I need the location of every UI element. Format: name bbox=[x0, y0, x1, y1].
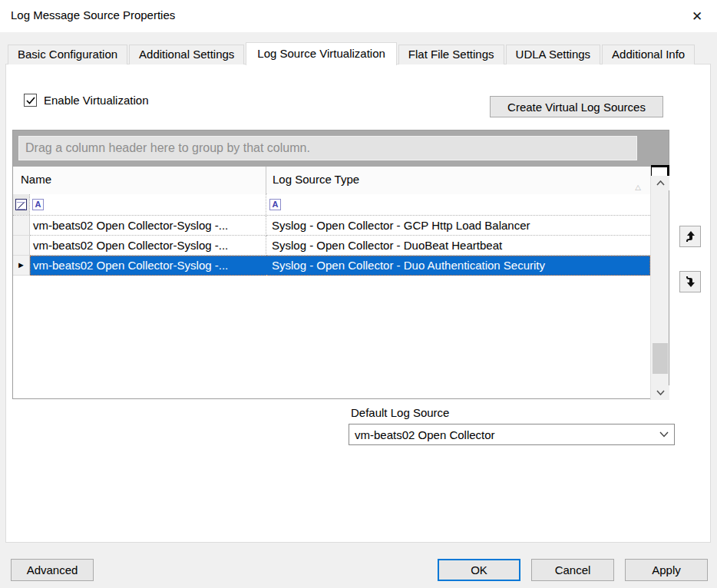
arrow-up-icon bbox=[685, 230, 696, 243]
virtual-log-sources-grid: Drag a column header here to group by th… bbox=[12, 130, 669, 399]
scrollbar-thumb[interactable] bbox=[653, 343, 668, 374]
scrollbar-corner bbox=[651, 165, 669, 176]
move-up-button[interactable] bbox=[679, 226, 701, 247]
log-message-source-properties-dialog: Log Message Source Properties ✕ Basic Co… bbox=[0, 0, 717, 588]
row-indicator-cell bbox=[13, 236, 30, 256]
tab-basic-configuration[interactable]: Basic Configuration bbox=[8, 45, 127, 64]
table-row[interactable]: vm-beats02 Open Collector-Syslog -... Sy… bbox=[13, 236, 650, 256]
close-icon[interactable]: ✕ bbox=[683, 5, 711, 28]
chevron-down-icon bbox=[654, 431, 674, 438]
row-name-cell: vm-beats02 Open Collector-Syslog -... bbox=[30, 216, 266, 236]
scroll-down-icon[interactable] bbox=[651, 385, 669, 400]
tab-flat-file-settings[interactable]: Flat File Settings bbox=[398, 45, 504, 64]
type-filter-cell[interactable]: A bbox=[266, 194, 650, 215]
row-indicator-cell: ► bbox=[13, 256, 30, 276]
default-log-source-dropdown[interactable]: vm-beats02 Open Collector bbox=[349, 424, 675, 445]
virtualization-tab-page: Enable Virtualization Create Virtual Log… bbox=[5, 64, 711, 543]
current-row-marker-icon: ► bbox=[17, 261, 25, 269]
row-type-cell: Syslog - Open Collector - GCP Http Load … bbox=[266, 216, 650, 236]
enable-virtualization-label: Enable Virtualization bbox=[44, 94, 148, 107]
row-name-cell: vm-beats02 Open Collector-Syslog -... bbox=[30, 236, 266, 256]
advanced-button[interactable]: Advanced bbox=[11, 559, 94, 581]
checkbox-check-icon bbox=[24, 94, 37, 107]
column-header-name[interactable]: Name bbox=[13, 167, 266, 194]
text-filter-icon: A bbox=[32, 199, 44, 210]
row-indicator-cell bbox=[13, 216, 30, 236]
tab-log-source-virtualization[interactable]: Log Source Virtualization bbox=[246, 42, 397, 65]
column-header-log-source-type[interactable]: Log Source Type △ bbox=[267, 167, 650, 194]
tab-strip: Basic Configuration Additional Settings … bbox=[8, 42, 696, 64]
grid-vertical-scrollbar[interactable] bbox=[650, 167, 669, 400]
window-title: Log Message Source Properties bbox=[11, 8, 175, 21]
row-name-cell: vm-beats02 Open Collector-Syslog -... bbox=[30, 256, 266, 276]
tab-additional-info[interactable]: Additional Info bbox=[602, 45, 695, 64]
group-by-hint: Drag a column header here to group by th… bbox=[18, 136, 637, 160]
tab-udla-settings[interactable]: UDLA Settings bbox=[506, 45, 601, 64]
default-log-source-label: Default Log Source bbox=[351, 406, 449, 419]
column-header-type-label: Log Source Type bbox=[273, 173, 359, 186]
grid-header-row: Name Log Source Type △ bbox=[13, 167, 650, 194]
apply-button[interactable]: Apply bbox=[625, 559, 708, 581]
move-down-button[interactable] bbox=[679, 271, 701, 292]
row-type-cell: Syslog - Open Collector - DuoBeat Heartb… bbox=[266, 236, 650, 256]
tab-additional-settings[interactable]: Additional Settings bbox=[129, 45, 244, 64]
filter-row-indicator-cell[interactable] bbox=[13, 194, 30, 215]
text-filter-icon: A bbox=[269, 199, 281, 210]
table-row-selected[interactable]: ► vm-beats02 Open Collector-Syslog -... … bbox=[13, 256, 650, 276]
grid-filter-row: A A bbox=[13, 194, 650, 216]
table-row[interactable]: vm-beats02 Open Collector-Syslog -... Sy… bbox=[13, 216, 650, 236]
titlebar: Log Message Source Properties ✕ bbox=[0, 0, 717, 32]
scroll-up-icon[interactable] bbox=[651, 176, 669, 190]
group-by-band[interactable]: Drag a column header here to group by th… bbox=[13, 130, 669, 167]
clear-filter-icon bbox=[15, 199, 27, 210]
default-log-source-value: vm-beats02 Open Collector bbox=[349, 428, 654, 441]
create-virtual-log-sources-button[interactable]: Create Virtual Log Sources bbox=[490, 96, 663, 117]
name-filter-cell[interactable]: A bbox=[30, 194, 266, 215]
enable-virtualization-checkbox[interactable]: Enable Virtualization bbox=[24, 94, 148, 107]
cancel-button[interactable]: Cancel bbox=[531, 559, 614, 581]
arrow-down-icon bbox=[685, 276, 696, 288]
row-type-cell: Syslog - Open Collector - Duo Authentica… bbox=[266, 256, 650, 276]
ok-button[interactable]: OK bbox=[438, 559, 520, 581]
